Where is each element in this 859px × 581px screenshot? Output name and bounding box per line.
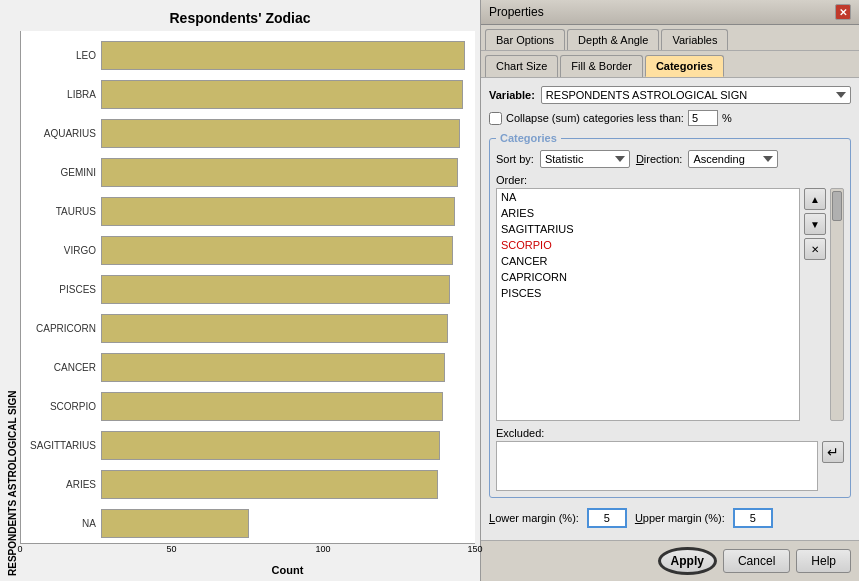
- panel-content: Variable: RESPONDENTS ASTROLOGICAL SIGN …: [481, 78, 859, 540]
- bar: [101, 314, 448, 344]
- order-list-container: NAARIESSAGITTARIUSSCORPIOCANCERCAPRICORN…: [496, 188, 844, 421]
- excluded-label: Excluded:: [496, 427, 844, 439]
- bar: [101, 392, 443, 422]
- order-buttons: ▲ ▼ ✕: [804, 188, 826, 421]
- bar-label: NA: [21, 518, 101, 529]
- list-item[interactable]: SAGITTARIUS: [497, 221, 799, 237]
- bar-container: [101, 504, 470, 543]
- bar-row: LIBRA: [21, 75, 470, 114]
- lower-margin-label: Lower margin (%):: [489, 512, 579, 524]
- variable-row: Variable: RESPONDENTS ASTROLOGICAL SIGN: [489, 86, 851, 104]
- bar-label: CANCER: [21, 362, 101, 373]
- tab-categories[interactable]: Categories: [645, 55, 724, 77]
- bar: [101, 158, 458, 188]
- bar-container: [101, 192, 470, 231]
- tab-depth-angle[interactable]: Depth & Angle: [567, 29, 659, 50]
- list-item[interactable]: PISCES: [497, 285, 799, 301]
- scrollbar[interactable]: [830, 188, 844, 421]
- bar-container: [101, 465, 470, 504]
- bar-container: [101, 36, 470, 75]
- collapse-checkbox[interactable]: [489, 112, 502, 125]
- bar-container: [101, 309, 470, 348]
- panel-title: Properties: [489, 5, 544, 19]
- bar-label: SCORPIO: [21, 401, 101, 412]
- bar-label: ARIES: [21, 479, 101, 490]
- tab-bar-options[interactable]: Bar Options: [485, 29, 565, 50]
- bar-row: VIRGO: [21, 231, 470, 270]
- lower-margin-input[interactable]: [587, 508, 627, 528]
- cancel-button[interactable]: Cancel: [723, 549, 790, 573]
- margin-row: Lower margin (%): Upper margin (%):: [489, 504, 851, 532]
- bar: [101, 119, 460, 149]
- tabs-row-2: Chart Size Fill & Border Categories: [481, 51, 859, 78]
- bar: [101, 197, 455, 227]
- tab-fill-border[interactable]: Fill & Border: [560, 55, 643, 77]
- collapse-value-input[interactable]: [688, 110, 718, 126]
- y-axis-label: RESPONDENTS ASTROLOGICAL SIGN: [5, 31, 20, 576]
- order-up-button[interactable]: ▲: [804, 188, 826, 210]
- bar-container: [101, 348, 470, 387]
- close-button[interactable]: ✕: [835, 4, 851, 20]
- bar-label: CAPRICORN: [21, 323, 101, 334]
- x-tick: 50: [166, 544, 176, 554]
- bar-row: SCORPIO: [21, 387, 470, 426]
- tab-variables[interactable]: Variables: [661, 29, 728, 50]
- bar-row: LEO: [21, 36, 470, 75]
- bar: [101, 80, 463, 110]
- excluded-section: Excluded: ↵: [496, 427, 844, 491]
- sort-select[interactable]: Statistic: [540, 150, 630, 168]
- bar-container: [101, 387, 470, 426]
- bar-label: GEMINI: [21, 167, 101, 178]
- bar-label: LEO: [21, 50, 101, 61]
- x-tick: 0: [17, 544, 22, 554]
- bar-label: AQUARIUS: [21, 128, 101, 139]
- collapse-label: Collapse (sum) categories less than:: [506, 112, 684, 124]
- direction-select[interactable]: Ascending: [688, 150, 778, 168]
- bar: [101, 431, 440, 461]
- bar-row: ARIES: [21, 465, 470, 504]
- bar-container: [101, 114, 470, 153]
- help-button[interactable]: Help: [796, 549, 851, 573]
- collapse-unit: %: [722, 112, 732, 124]
- variable-select[interactable]: RESPONDENTS ASTROLOGICAL SIGN: [541, 86, 851, 104]
- order-remove-button[interactable]: ✕: [804, 238, 826, 260]
- bar: [101, 470, 438, 500]
- x-axis-container: 050100150: [20, 544, 475, 562]
- x-tick: 150: [467, 544, 482, 554]
- order-list[interactable]: NAARIESSAGITTARIUSSCORPIOCANCERCAPRICORN…: [496, 188, 800, 421]
- bar-container: [101, 426, 470, 465]
- order-label: Order:: [496, 174, 844, 186]
- bar: [101, 41, 465, 71]
- collapse-row: Collapse (sum) categories less than: %: [489, 110, 851, 126]
- bar-row: PISCES: [21, 270, 470, 309]
- bar-container: [101, 153, 470, 192]
- categories-group: Categories Sort by: Statistic Direction:…: [489, 132, 851, 498]
- panel-header: Properties ✕: [481, 0, 859, 25]
- bar-container: [101, 270, 470, 309]
- variable-label: Variable:: [489, 89, 535, 101]
- chart-title: Respondents' Zodiac: [5, 10, 475, 26]
- list-item[interactable]: SCORPIO: [497, 237, 799, 253]
- bar-row: CAPRICORN: [21, 309, 470, 348]
- upper-margin-label: Upper margin (%):: [635, 512, 725, 524]
- bar-row: GEMINI: [21, 153, 470, 192]
- bar: [101, 275, 450, 305]
- list-item[interactable]: CANCER: [497, 253, 799, 269]
- tabs-row-1: Bar Options Depth & Angle Variables: [481, 25, 859, 51]
- upper-margin-input[interactable]: [733, 508, 773, 528]
- excluded-move-button[interactable]: ↵: [822, 441, 844, 463]
- list-item[interactable]: ARIES: [497, 205, 799, 221]
- sort-row: Sort by: Statistic Direction: Ascending: [496, 150, 844, 168]
- order-down-button[interactable]: ▼: [804, 213, 826, 235]
- bar-label: LIBRA: [21, 89, 101, 100]
- tab-chart-size[interactable]: Chart Size: [485, 55, 558, 77]
- categories-legend: Categories: [496, 132, 561, 144]
- apply-button[interactable]: Apply: [658, 547, 717, 575]
- bar: [101, 236, 453, 266]
- list-item[interactable]: CAPRICORN: [497, 269, 799, 285]
- bar-row: NA: [21, 504, 470, 543]
- list-item[interactable]: NA: [497, 189, 799, 205]
- bar-label: SAGITTARIUS: [21, 440, 101, 451]
- chart-area: Respondents' Zodiac RESPONDENTS ASTROLOG…: [0, 0, 480, 581]
- excluded-list[interactable]: [496, 441, 818, 491]
